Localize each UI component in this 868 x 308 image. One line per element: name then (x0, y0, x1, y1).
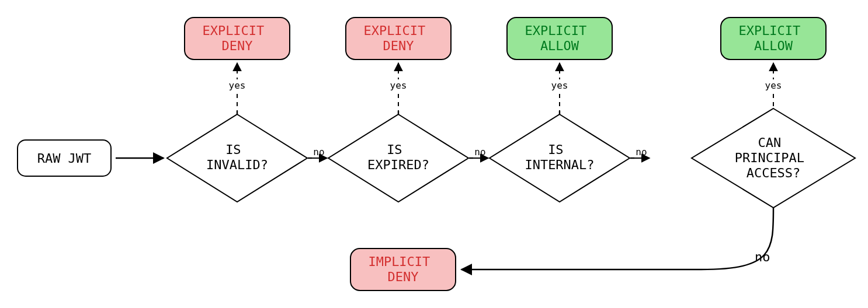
implicit-line2: DENY (388, 270, 419, 284)
result-explicit-allow-1: EXPLICIT ALLOW (507, 18, 612, 60)
deny1-line2: DENY (222, 38, 253, 53)
edge-invalid-no: no (308, 146, 327, 158)
edge-expired-yes-label: yes (390, 80, 407, 91)
access-line3: ACCESS? (747, 166, 801, 180)
invalid-line2: INVALID? (206, 158, 268, 172)
allow2-line2: ALLOW (754, 38, 793, 53)
edge-internal-yes-label: yes (551, 80, 568, 91)
internal-line1: IS (548, 142, 564, 157)
deny2-line2: DENY (383, 38, 414, 53)
access-line2: PRINCIPAL (735, 150, 804, 165)
implicit-line1: IMPLICIT (368, 254, 430, 269)
node-internal: IS INTERNAL? (489, 114, 630, 202)
node-start: RAW JWT (18, 140, 111, 176)
edge-invalid-yes-label: yes (229, 80, 246, 91)
edge-internal-yes: yes (549, 63, 570, 114)
internal-line2: INTERNAL? (525, 158, 594, 172)
jwt-auth-flowchart: EXPLICIT DENY EXPLICIT DENY EXPLICIT ALL… (0, 0, 868, 308)
result-explicit-allow-2: EXPLICIT ALLOW (721, 18, 826, 60)
result-explicit-deny-1: EXPLICIT DENY (185, 18, 290, 60)
node-access: CAN PRINCIPAL ACCESS? (692, 108, 855, 208)
allow1-line2: ALLOW (540, 38, 579, 53)
allow1-line1: EXPLICIT (525, 23, 586, 38)
edge-internal-no-label: no (636, 146, 647, 158)
edge-expired-no-label: no (474, 146, 485, 158)
expired-line2: EXPIRED? (367, 158, 429, 172)
edge-access-yes: yes (763, 63, 784, 114)
node-expired: IS EXPIRED? (328, 114, 468, 202)
edge-internal-no: no (631, 146, 650, 158)
node-invalid: IS INVALID? (167, 114, 307, 202)
edge-access-no: no (461, 208, 773, 270)
allow2-line1: EXPLICIT (738, 23, 800, 38)
edge-invalid-no-label: no (313, 146, 324, 158)
edge-access-no-label: no (755, 250, 770, 264)
expired-line1: IS (387, 142, 402, 157)
start-label: RAW JWT (37, 151, 92, 166)
result-explicit-deny-2: EXPLICIT DENY (346, 18, 451, 60)
edge-expired-yes: yes (388, 63, 409, 114)
edge-access-yes-label: yes (765, 80, 782, 91)
result-implicit-deny: IMPLICIT DENY (350, 249, 456, 290)
deny2-line1: EXPLICIT (363, 23, 425, 38)
edge-invalid-yes: yes (227, 63, 248, 114)
deny1-line1: EXPLICIT (202, 23, 264, 38)
invalid-line1: IS (225, 142, 241, 157)
access-line1: CAN (758, 135, 782, 150)
edge-expired-no: no (470, 146, 488, 158)
